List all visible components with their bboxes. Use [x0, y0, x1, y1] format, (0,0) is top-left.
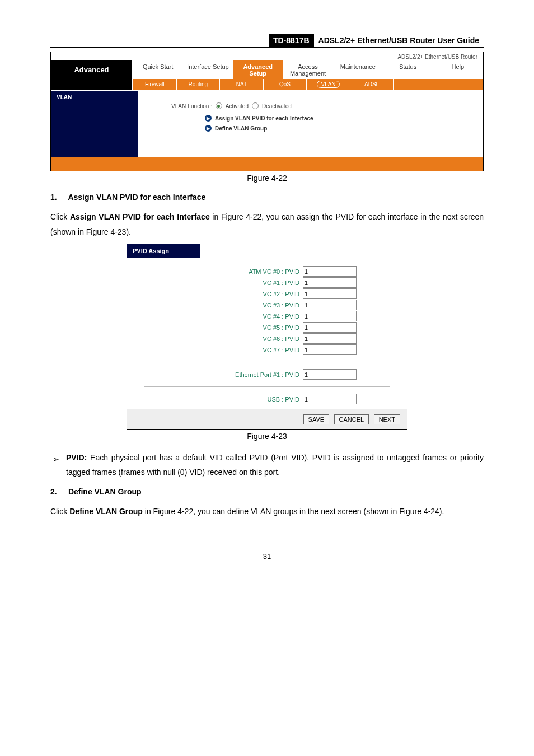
pvid-row-vc6: VC #6 : PVID1 [144, 333, 357, 344]
tab-maintenance[interactable]: Maintenance [333, 60, 383, 79]
link-assign-pvid[interactable]: ▶ Assign VLAN PVID for each Interface [205, 115, 477, 122]
pvid-row-vc4: VC #4 : PVID1 [144, 311, 357, 321]
pvid-input-vc5[interactable]: 1 [303, 322, 357, 333]
subtab-vlan[interactable]: VLAN [307, 79, 350, 90]
pvid-button-bar: SAVE CANCEL NEXT [127, 409, 407, 429]
pvid-row-vc0: ATM VC #0 : PVID1 [144, 266, 357, 277]
cancel-button[interactable]: CANCEL [334, 414, 369, 424]
vlan-product-label: ADSL2/2+ Ethernet/USB Router [51, 52, 483, 60]
left-panel-label: Advanced [51, 60, 133, 79]
pvid-row-vc1: VC #1 : PVID1 [144, 277, 357, 288]
pvid-input-vc1[interactable]: 1 [303, 277, 357, 288]
section-1-paragraph: Click Assign VLAN PVID for each Interfac… [50, 209, 484, 239]
section-2-paragraph: Click Define VLAN Group in Figure 4-22, … [50, 504, 484, 519]
save-button[interactable]: SAVE [303, 414, 330, 424]
tab-help[interactable]: Help [433, 60, 483, 79]
tab-advanced-setup[interactable]: Advanced Setup [233, 60, 283, 79]
pvid-input-vc7[interactable]: 1 [303, 344, 357, 355]
main-tabs-row: Advanced Quick Start Interface Setup Adv… [51, 60, 483, 79]
pvid-row-vc7: VC #7 : PVID1 [144, 344, 357, 355]
pvid-heading: PVID Assign [127, 244, 200, 258]
radio-deactivated-label: Deactivated [262, 103, 292, 109]
vlan-function-line: VLAN Function : Activated Deactivated [171, 102, 477, 109]
bottom-orange-bar [51, 157, 483, 171]
subtab-firewall[interactable]: Firewall [133, 79, 177, 90]
pvid-input-vc3[interactable]: 1 [303, 300, 357, 310]
pvid-input-vc2[interactable]: 1 [303, 288, 357, 299]
pvid-bullet: ➢ PVID: Each physical port has a default… [53, 451, 484, 479]
figure-caption-2: Figure 4-23 [50, 432, 484, 441]
vlan-function-label: VLAN Function : [171, 103, 212, 109]
pvid-input-vc6[interactable]: 1 [303, 333, 357, 344]
page-header: TD-8817B ADSL2/2+ Ethernet/USB Router Us… [50, 34, 484, 47]
section-2-heading: 2. Define VLAN Group [50, 487, 484, 496]
tab-quick-start[interactable]: Quick Start [133, 60, 183, 79]
pvid-row-usb: USB : PVID1 [144, 394, 357, 404]
pvid-input-vc4[interactable]: 1 [303, 311, 357, 321]
pvid-row-vc3: VC #3 : PVID1 [144, 300, 357, 310]
pvid-row-vc2: VC #2 : PVID1 [144, 288, 357, 299]
subtab-adsl[interactable]: ADSL [350, 79, 394, 90]
pvid-input-eth1[interactable]: 1 [303, 369, 357, 380]
vlan-config-screenshot: ADSL2/2+ Ethernet/USB Router Advanced Qu… [50, 52, 484, 171]
section-1-heading: 1. Assign VLAN PVID for each Interface [50, 193, 484, 202]
arrow-circle-icon: ▶ [205, 115, 212, 122]
next-button[interactable]: NEXT [374, 414, 400, 424]
subtab-routing[interactable]: Routing [177, 79, 221, 90]
page-number: 31 [50, 552, 484, 561]
header-title: ADSL2/2+ Ethernet/USB Router User Guide [314, 34, 484, 47]
pvid-input-vc0[interactable]: 1 [303, 266, 357, 277]
subtab-qos[interactable]: QoS [264, 79, 307, 90]
radio-activated-label: Activated [226, 103, 249, 109]
pvid-row-eth1: Ethernet Port #1 : PVID1 [144, 369, 357, 380]
radio-activated[interactable] [216, 102, 222, 109]
subtab-nat[interactable]: NAT [220, 79, 264, 90]
figure-caption-1: Figure 4-22 [50, 174, 484, 183]
radio-deactivated[interactable] [252, 102, 259, 109]
header-model: TD-8817B [269, 34, 314, 47]
pvid-input-usb[interactable]: 1 [303, 394, 357, 404]
sub-tabs-row: Firewall Routing NAT QoS VLAN ADSL [51, 79, 483, 90]
vlan-section-label: VLAN [51, 91, 138, 157]
separator [144, 362, 390, 362]
tab-access-management[interactable]: Access Management [283, 60, 333, 79]
arrow-circle-icon: ▶ [205, 125, 212, 132]
bullet-arrow-icon: ➢ [53, 452, 59, 479]
header-separator [50, 47, 484, 48]
pvid-row-vc5: VC #5 : PVID1 [144, 322, 357, 333]
link-define-vlan-group[interactable]: ▶ Define VLAN Group [205, 125, 477, 132]
separator [144, 386, 390, 387]
tab-interface-setup[interactable]: Interface Setup [183, 60, 233, 79]
tab-status[interactable]: Status [383, 60, 433, 79]
pvid-assign-screenshot: PVID Assign ATM VC #0 : PVID1 VC #1 : PV… [127, 244, 407, 430]
